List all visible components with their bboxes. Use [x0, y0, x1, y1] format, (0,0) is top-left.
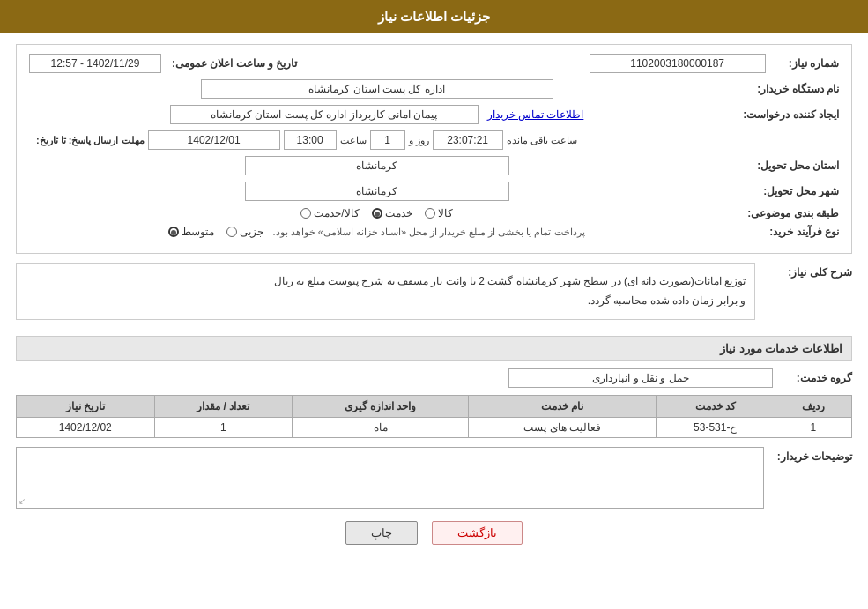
process-label: نوع فرآیند خرید: [724, 226, 839, 238]
radio-motavasset[interactable]: متوسط [168, 226, 214, 238]
announce-date-value: 1402/11/29 - 12:57 [29, 54, 161, 73]
deadline-label: مهلت ارسال پاسخ: تا تاریخ: [29, 135, 145, 146]
need-number-value: 1102003180000187 [590, 54, 766, 73]
deadline-time-label: ساعت [340, 135, 367, 146]
remaining-time: 23:07:21 [433, 130, 503, 150]
org-name-label: نام دستگاه خریدار: [724, 83, 839, 95]
resize-icon: ↙ [19, 496, 26, 506]
col-unit: واحد اندازه گیری [292, 396, 468, 418]
service-group-value: حمل و نقل و انبارداری [508, 368, 773, 388]
col-qty: تعداد / مقدار [154, 396, 292, 418]
remaining-and: روز و [409, 135, 429, 146]
province-value: کرمانشاه [245, 156, 509, 175]
radio-kala-khedmat[interactable]: کالا/خدمت [300, 207, 359, 219]
services-table: ردیف کد خدمت نام خدمت واحد اندازه گیری ت… [16, 395, 852, 438]
col-name: نام خدمت [469, 396, 657, 418]
service-group-label: گروه خدمت: [773, 372, 852, 384]
org-name-value: اداره کل پست استان کرمانشاه [201, 79, 553, 99]
creator-value: پیمان امانی کاربرداز اداره کل پست استان … [170, 105, 479, 124]
announce-date-label: تاریخ و ساعت اعلان عمومی: [172, 57, 297, 70]
description-line1: توزیع امانات(بصورت دانه ای) در سطح شهر ک… [26, 272, 746, 292]
city-value: کرمانشاه [245, 182, 509, 201]
remaining-label: ساعت باقی مانده [507, 135, 577, 146]
process-note: پرداخت تمام یا بخشی از مبلغ خریدار از مح… [272, 227, 584, 238]
back-button[interactable]: بازگشت [432, 521, 523, 545]
radio-khedmat[interactable]: خدمت [372, 207, 412, 219]
col-date: تاریخ نیاز [17, 396, 155, 418]
radio-kala[interactable]: کالا [425, 207, 453, 219]
process-radio-group: جزیی متوسط [168, 226, 263, 238]
buyer-notes-box[interactable]: ↙ [16, 447, 764, 509]
page-title: جزئیات اطلاعات نیاز [0, 0, 868, 33]
deadline-days: 1 [370, 130, 405, 150]
print-button[interactable]: چاپ [345, 521, 418, 545]
province-label: استان محل تحویل: [724, 160, 839, 172]
need-number-label: شماره نیاز: [789, 57, 839, 70]
contact-link[interactable]: اطلاعات تماس خریدار [487, 108, 584, 121]
buyer-notes-label: توضیحات خریدار: [764, 447, 852, 463]
category-radio-group: کالا خدمت کالا/خدمت [300, 207, 452, 219]
description-label: شرح کلی نیاز: [755, 263, 852, 279]
creator-label: ایجاد کننده درخواست: [724, 108, 839, 121]
city-label: شهر محل تحویل: [724, 185, 839, 197]
services-section-title: اطلاعات خدمات مورد نیاز [16, 336, 852, 361]
deadline-time: 13:00 [284, 130, 337, 150]
col-row: ردیف [775, 396, 851, 418]
table-row: 1ح-531-53فعالیت های پستماه11402/12/02 [17, 418, 852, 438]
description-line2: و برابر زمان داده شده محاسبه گردد. [26, 292, 746, 311]
deadline-date: 1402/12/01 [148, 130, 280, 150]
col-code: کد خدمت [656, 396, 775, 418]
radio-jozi[interactable]: جزیی [226, 226, 263, 238]
category-label: طبقه بندی موضوعی: [724, 207, 839, 219]
